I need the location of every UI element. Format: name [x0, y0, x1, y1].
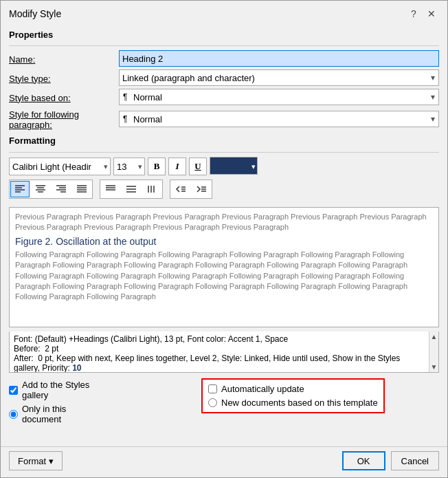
auto-update-label: Automatically update [221, 384, 304, 394]
style-follow-select[interactable]: Normal [119, 111, 439, 127]
name-label: Name: [9, 50, 119, 67]
align-left-icon [14, 184, 25, 194]
format-button[interactable]: Format ▾ [9, 451, 63, 470]
align-row-3 [170, 180, 212, 199]
style-type-label: Style type: [9, 69, 119, 86]
italic-button[interactable]: I [168, 157, 186, 175]
align-dist3-button[interactable] [142, 181, 161, 197]
distribute-icon [105, 184, 116, 194]
style-type-select[interactable]: Linked (paragraph and character) [119, 69, 439, 86]
indent-decrease-icon [175, 184, 186, 194]
new-docs-label: New documents based on this template [221, 398, 378, 408]
indent-increase-icon [196, 184, 207, 194]
font-select[interactable]: Calibri Light (Headir [9, 157, 111, 175]
indent-less-button[interactable] [171, 181, 190, 197]
style-description: Font: (Default) +Headings (Calibri Light… [9, 332, 439, 373]
modify-style-dialog: Modify Style ? ✕ Properties Name: Style … [0, 0, 448, 478]
footer-left: Format ▾ [9, 451, 63, 470]
style-desc-scrollbar[interactable]: ▲ ▼ [429, 332, 438, 372]
preview-prev-para: Previous Paragraph Previous Paragraph Pr… [15, 212, 433, 233]
align-right-icon [56, 184, 67, 194]
scroll-down-arrow[interactable]: ▼ [431, 363, 438, 371]
style-desc-text: Font: (Default) +Headings (Calibri Light… [14, 334, 434, 373]
style-follow-value: Normal ¶ [119, 108, 439, 130]
distribute2-icon [126, 184, 137, 194]
underline-button[interactable]: U [189, 157, 207, 175]
style-based-value: Normal ¶ [119, 89, 439, 105]
align-center-icon [35, 184, 46, 194]
dialog-footer: Format ▾ OK Cancel [1, 446, 447, 477]
cancel-button[interactable]: Cancel [391, 451, 439, 470]
new-docs-radio[interactable] [208, 398, 217, 407]
bottom-section: Add to the Styles gallery Only in this d… [9, 378, 439, 424]
align-left-button[interactable] [10, 181, 30, 197]
formatting-separator [9, 152, 439, 153]
style-based-select-wrapper: Normal ¶ [119, 89, 439, 105]
name-value [119, 50, 439, 67]
color-btn-wrapper [210, 157, 258, 176]
size-select[interactable]: 13 [113, 157, 145, 175]
align-row [9, 180, 93, 199]
close-button[interactable]: ✕ [424, 6, 439, 21]
add-to-gallery-row: Add to the Styles gallery [9, 380, 105, 400]
color-button[interactable] [210, 157, 258, 175]
distribute3-icon [146, 184, 157, 194]
style-type-value: Linked (paragraph and character) [119, 69, 439, 86]
preview-follow-para: Following Paragraph Following Paragraph … [15, 250, 433, 303]
help-button[interactable]: ? [406, 6, 421, 21]
alignment-toolbar [9, 180, 439, 203]
name-input[interactable] [119, 50, 439, 67]
font-select-wrapper: Calibri Light (Headir [9, 157, 111, 175]
only-this-doc-radio[interactable] [9, 410, 18, 419]
title-bar-controls: ? ✕ [406, 6, 439, 21]
align-justify-icon [76, 184, 87, 194]
align-dist-button[interactable] [101, 181, 120, 197]
dialog-body: Properties Name: Style type: Linked (par… [1, 25, 447, 444]
formatting-label: Formatting [9, 135, 439, 146]
align-center-button[interactable] [31, 181, 50, 197]
auto-update-checkbox[interactable] [208, 384, 217, 393]
new-docs-row: New documents based on this template [208, 398, 378, 408]
add-to-gallery-checkbox[interactable] [9, 386, 18, 395]
style-follow-select-wrapper: Normal ¶ [119, 111, 439, 127]
scroll-up-arrow[interactable]: ▲ [431, 333, 438, 340]
formatting-row: Calibri Light (Headir 13 B I U [9, 157, 439, 176]
options-section: Automatically update New documents based… [201, 378, 385, 413]
preview-box: Previous Paragraph Previous Paragraph Pr… [9, 207, 439, 327]
bold-button[interactable]: B [148, 157, 166, 175]
only-this-doc-label: Only in this document [22, 404, 105, 424]
align-row-2 [100, 180, 163, 199]
properties-grid: Name: Style type: Linked (paragraph and … [9, 50, 439, 130]
auto-update-row: Automatically update [208, 384, 378, 394]
only-this-doc-row: Only in this document [9, 404, 105, 424]
priority-value: 10 [72, 363, 81, 373]
dialog-title: Modify Style [9, 8, 61, 19]
left-options: Add to the Styles gallery Only in this d… [9, 378, 105, 424]
style-follow-label: Style for following paragraph: [9, 108, 119, 130]
align-dist2-button[interactable] [122, 181, 141, 197]
size-select-wrapper: 13 [113, 157, 145, 175]
align-right-button[interactable] [52, 181, 71, 197]
footer-right: OK Cancel [342, 451, 439, 470]
align-justify-button[interactable] [72, 181, 91, 197]
preview-heading: Figure 2. Oscillation at the output [15, 236, 433, 247]
style-based-select[interactable]: Normal [119, 89, 439, 105]
title-bar: Modify Style ? ✕ [1, 1, 447, 25]
add-to-gallery-label: Add to the Styles gallery [22, 380, 105, 400]
ok-button[interactable]: OK [342, 451, 385, 470]
style-based-label: Style based on: [9, 89, 119, 105]
indent-more-button[interactable] [192, 181, 211, 197]
properties-label: Properties [9, 30, 439, 40]
properties-separator [9, 45, 439, 46]
style-type-select-wrapper: Linked (paragraph and character) [119, 69, 439, 86]
